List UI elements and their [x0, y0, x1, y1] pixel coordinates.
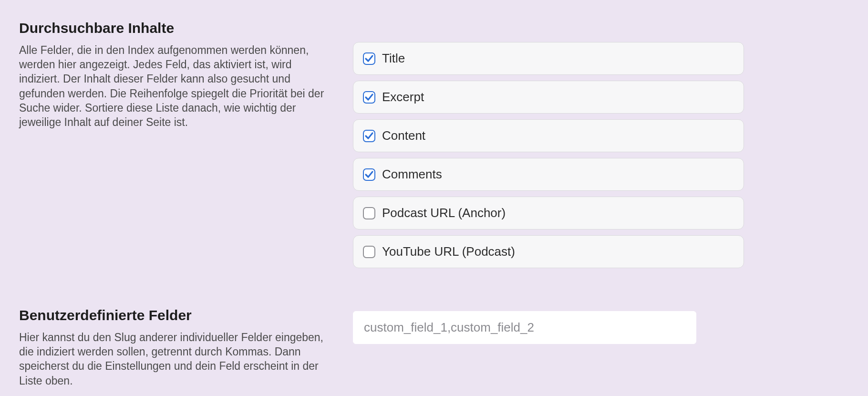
checkbox-title[interactable] [363, 52, 375, 65]
checkbox-content[interactable] [363, 130, 375, 142]
searchable-item-label: Content [382, 128, 425, 143]
searchable-items-list: Title Excerpt Content [353, 19, 744, 268]
searchable-item-youtube-url[interactable]: YouTube URL (Podcast) [353, 235, 744, 268]
searchable-item-title[interactable]: Title [353, 42, 744, 75]
searchable-item-label: Title [382, 51, 405, 66]
checkbox-comments[interactable] [363, 168, 375, 181]
searchable-item-comments[interactable]: Comments [353, 158, 744, 191]
section-title-searchable: Durchsuchbare Inhalte [19, 19, 324, 37]
searchable-item-label: YouTube URL (Podcast) [382, 244, 515, 259]
check-icon [364, 54, 374, 63]
searchable-item-label: Comments [382, 167, 442, 182]
searchable-item-content[interactable]: Content [353, 119, 744, 152]
checkbox-youtube-url[interactable] [363, 246, 375, 258]
section-title-custom: Benutzerdefinierte Felder [19, 306, 324, 324]
section-searchable-contents: Durchsuchbare Inhalte Alle Felder, die i… [19, 19, 849, 268]
check-icon [364, 170, 374, 179]
section-description-custom: Hier kannst du den Slug anderer individu… [19, 330, 324, 388]
section-description-searchable: Alle Felder, die in den Index aufgenomme… [19, 43, 324, 130]
searchable-item-excerpt[interactable]: Excerpt [353, 81, 744, 114]
section-custom-fields: Benutzerdefinierte Felder Hier kannst du… [19, 306, 849, 388]
searchable-item-label: Excerpt [382, 90, 424, 104]
checkbox-podcast-url[interactable] [363, 207, 375, 219]
check-icon [364, 93, 374, 102]
checkbox-excerpt[interactable] [363, 91, 375, 104]
custom-fields-input[interactable] [353, 311, 696, 344]
searchable-item-podcast-url[interactable]: Podcast URL (Anchor) [353, 197, 744, 229]
check-icon [364, 131, 374, 141]
searchable-item-label: Podcast URL (Anchor) [382, 206, 506, 220]
